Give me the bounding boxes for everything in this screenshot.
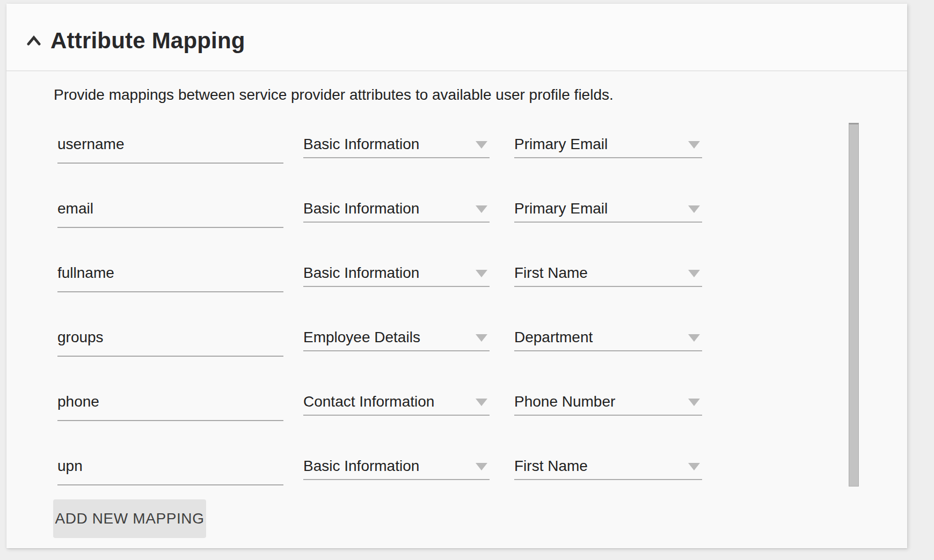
attribute-name-field[interactable]	[57, 440, 283, 485]
field-dropdown[interactable]: Primary Email	[514, 119, 702, 158]
dropdown-arrow-icon	[688, 399, 700, 406]
attribute-name-input[interactable]	[57, 328, 283, 347]
category-dropdown-value: Contact Information	[303, 392, 434, 411]
field-dropdown-value: Primary Email	[514, 199, 608, 218]
vertical-scrollbar[interactable]	[849, 123, 859, 487]
mapping-row: Basic Information First Name	[57, 247, 907, 293]
mapping-row: Basic Information Primary Email	[57, 119, 907, 165]
mapping-row: Contact Information Phone Number	[57, 376, 907, 422]
category-dropdown[interactable]: Employee Details	[303, 312, 490, 351]
field-dropdown-value: First Name	[514, 263, 588, 283]
category-dropdown-value: Basic Information	[303, 263, 419, 283]
category-dropdown[interactable]: Basic Information	[303, 440, 490, 480]
page-title: Attribute Mapping	[50, 28, 245, 54]
attribute-name-input[interactable]	[57, 263, 283, 283]
field-dropdown-value: Phone Number	[514, 392, 615, 411]
dropdown-arrow-icon	[476, 399, 487, 406]
attribute-name-field[interactable]	[57, 376, 283, 421]
category-dropdown-value: Basic Information	[303, 456, 419, 476]
dropdown-arrow-icon	[688, 141, 700, 149]
field-dropdown[interactable]: Department	[514, 312, 702, 351]
dropdown-arrow-icon	[476, 205, 487, 213]
dropdown-arrow-icon	[476, 141, 487, 149]
category-dropdown[interactable]: Basic Information	[303, 183, 490, 223]
mapping-row: Basic Information Primary Email	[57, 183, 907, 229]
attribute-name-field[interactable]	[57, 247, 283, 292]
dropdown-arrow-icon	[688, 334, 700, 342]
attribute-name-input[interactable]	[57, 135, 283, 154]
dropdown-arrow-icon	[476, 334, 487, 342]
mapping-row: Basic Information First Name	[57, 440, 907, 487]
field-dropdown[interactable]: Phone Number	[514, 376, 702, 416]
mapping-row: Employee Details Department	[57, 312, 907, 358]
category-dropdown-value: Basic Information	[303, 199, 419, 218]
add-new-mapping-button[interactable]: ADD NEW MAPPING	[53, 499, 206, 538]
field-dropdown-value: Primary Email	[514, 135, 608, 154]
attribute-name-input[interactable]	[57, 199, 283, 218]
section-header-attribute-mapping[interactable]: Attribute Mapping	[6, 4, 907, 71]
category-dropdown[interactable]: Basic Information	[303, 247, 490, 287]
dropdown-arrow-icon	[688, 270, 700, 277]
attribute-name-field[interactable]	[57, 312, 283, 357]
category-dropdown-value: Employee Details	[303, 328, 420, 347]
attribute-name-input[interactable]	[57, 456, 283, 476]
dropdown-arrow-icon	[476, 270, 487, 277]
section-description: Provide mappings between service provide…	[54, 86, 907, 104]
collapse-chevron-icon[interactable]	[27, 35, 41, 46]
attribute-mapping-card: Attribute Mapping Provide mappings betwe…	[6, 4, 907, 548]
category-dropdown[interactable]: Basic Information	[303, 119, 490, 158]
field-dropdown-value: Department	[514, 328, 593, 347]
dropdown-arrow-icon	[688, 463, 700, 470]
dropdown-arrow-icon	[476, 463, 487, 470]
attribute-name-input[interactable]	[57, 392, 283, 411]
category-dropdown[interactable]: Contact Information	[303, 376, 490, 416]
attribute-name-field[interactable]	[57, 119, 283, 164]
dropdown-arrow-icon	[688, 205, 700, 213]
field-dropdown[interactable]: Primary Email	[514, 183, 702, 223]
mapping-rows: Basic Information Primary Email Basic In…	[57, 119, 907, 487]
attribute-name-field[interactable]	[57, 183, 283, 228]
field-dropdown[interactable]: First Name	[514, 247, 702, 287]
category-dropdown-value: Basic Information	[303, 135, 419, 154]
field-dropdown-value: First Name	[514, 456, 588, 476]
field-dropdown[interactable]: First Name	[514, 440, 702, 480]
